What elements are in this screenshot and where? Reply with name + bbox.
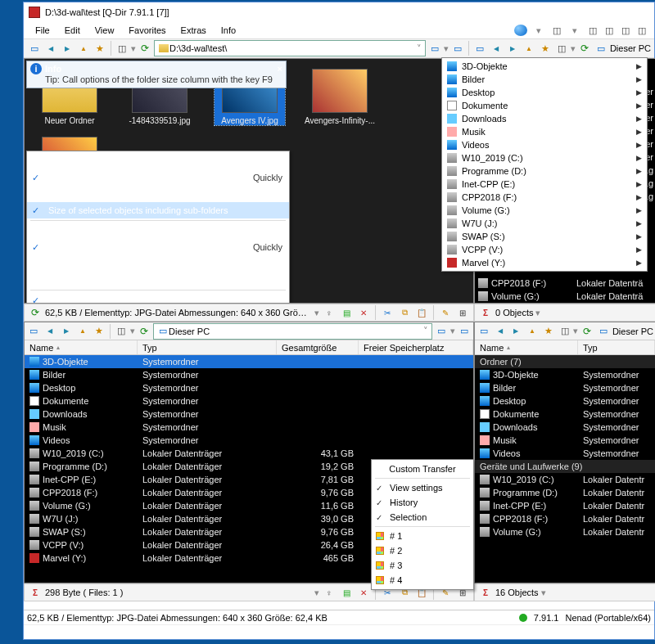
menu-item[interactable]: Size of the selected objects (27, 186, 289, 202)
menu-extras[interactable]: Extras (174, 24, 213, 37)
layout-slot-item[interactable]: # 2 (372, 543, 473, 558)
table-row[interactable]: VideosSystemordner (25, 434, 473, 447)
table-row[interactable]: DesktopSystemordner (475, 394, 655, 408)
list-item[interactable]: CPP2018 (F:)Lokaler Datenträ (475, 277, 655, 290)
menu-item[interactable]: ✓Size of selected objects including sub-… (27, 202, 289, 218)
layout-slot-item[interactable]: # 3 (372, 558, 473, 573)
back-button-r[interactable] (489, 41, 504, 56)
tree-item[interactable]: Marvel (Y:)▶ (442, 256, 647, 269)
pane-select-icon[interactable] (27, 41, 42, 56)
br-columns[interactable]: Name▴ Typ (475, 340, 655, 355)
col-type[interactable]: Typ (138, 340, 277, 354)
tree-item[interactable]: Programme (D:)▶ (442, 164, 647, 178)
tree-item[interactable]: Downloads▶ (442, 112, 647, 125)
copy-icon[interactable] (397, 305, 412, 320)
thumbnail-item[interactable]: Avengers-Infinity-... (305, 69, 375, 125)
globe-icon[interactable] (513, 23, 528, 38)
address-input[interactable] (169, 43, 417, 53)
refresh-button-r[interactable] (577, 41, 592, 56)
menu-item[interactable]: ✓Simple & fast object countQuickly (27, 239, 289, 255)
tree-item[interactable]: W7U (J:)▶ (442, 217, 647, 230)
cut-icon[interactable] (380, 305, 395, 320)
layout-button-5[interactable] (635, 23, 649, 38)
menu-item[interactable]: ✓View settings (372, 480, 473, 495)
menu-item[interactable]: Selected objects (27, 153, 289, 169)
menu-edit[interactable]: Edit (58, 24, 87, 37)
bl-view[interactable] (114, 324, 129, 339)
menu-favorites[interactable]: Favorites (122, 24, 172, 37)
menu-item[interactable]: ✓Selection (372, 510, 473, 525)
tree-item[interactable]: W10_2019 (C:)▶ (442, 151, 647, 164)
refresh-button[interactable] (138, 41, 152, 56)
menu-item[interactable]: If no object is selected (27, 223, 289, 239)
menu-item[interactable]: ✓History (372, 495, 473, 510)
column-options-menu[interactable]: Selected objects✓Simple & fast object co… (26, 151, 290, 303)
new-icon-bl[interactable] (339, 585, 354, 600)
view-button-r[interactable] (554, 41, 569, 56)
bl-fwd[interactable] (59, 324, 74, 339)
sigma-icon-br[interactable] (478, 585, 493, 600)
title-bar[interactable]: D:\3d-wal\test [Q-Dir 7.91.1 [7]] (24, 2, 654, 22)
layout-button-2[interactable] (585, 23, 600, 38)
filter-icon[interactable]: ♀ (322, 305, 337, 320)
table-row[interactable]: DesktopSystemordner (25, 381, 473, 394)
table-row[interactable]: BilderSystemordner (25, 368, 473, 381)
tree-item[interactable]: Musik▶ (442, 125, 647, 138)
table-row[interactable]: W10_2019 (C:)Lokaler Datenträger43,1 GB (25, 447, 473, 460)
table-row[interactable]: CPP2018 (F:)Lokaler Datentr (475, 512, 655, 525)
tree-item[interactable]: CPP2018 (F:)▶ (442, 191, 647, 204)
bl-refresh[interactable] (137, 324, 151, 339)
table-row[interactable]: Programme (D:)Lokaler Datentr (475, 486, 655, 499)
delete-icon[interactable] (356, 305, 371, 320)
br-fwd[interactable] (508, 324, 523, 339)
bl-fav[interactable] (92, 324, 106, 339)
menu-item[interactable]: ✓Simple & fast object countQuickly (27, 169, 289, 186)
table-row[interactable]: MusikSystemordner (475, 434, 655, 447)
tree-item[interactable]: Bilder▶ (442, 73, 647, 86)
addr-right-pc-icon[interactable] (594, 41, 608, 56)
section-header[interactable]: Geräte und Laufwerke (9) (475, 460, 655, 473)
layout-button-3[interactable] (602, 23, 617, 38)
sigma-icon[interactable] (478, 305, 493, 320)
view-button[interactable] (115, 41, 129, 56)
bl-mon1[interactable] (434, 324, 449, 339)
menu-item[interactable]: ✓Highlighted when active (27, 292, 289, 303)
menu-item[interactable]: Size of objects in Folder including sub-… (27, 272, 289, 288)
forward-button-r[interactable] (505, 41, 520, 56)
layout-slot-item[interactable]: # 4 (372, 573, 473, 588)
bl-mon2[interactable] (457, 324, 472, 339)
col-free[interactable]: Freier Speicherplatz (359, 340, 473, 354)
refresh-icon[interactable] (28, 305, 43, 320)
bl-up[interactable] (75, 324, 90, 339)
table-row[interactable]: VideosSystemordner (475, 447, 655, 460)
menu-view[interactable]: View (88, 24, 121, 37)
forward-button[interactable] (60, 41, 75, 56)
col-size[interactable]: Gesamtgröße (277, 340, 359, 354)
table-row[interactable]: BilderSystemordner (475, 381, 655, 394)
section-header[interactable]: Ordner (7) (475, 355, 655, 368)
pane-select-icon-r[interactable] (472, 41, 487, 56)
layout-button-4[interactable] (618, 23, 633, 38)
br-rows[interactable]: Ordner (7)3D-ObjekteSystemordnerBilderSy… (475, 355, 655, 583)
table-row[interactable]: DownloadsSystemordner (475, 421, 655, 434)
table-row[interactable]: 3D-ObjekteSystemordner (475, 368, 655, 381)
table-row[interactable]: Inet-CPP (E:)Lokaler Datentr (475, 499, 655, 512)
tree-item[interactable]: SWAP (S:)▶ (442, 230, 647, 243)
table-row[interactable]: DokumenteSystemordner (25, 394, 473, 408)
col-name-r[interactable]: Name▴ (475, 340, 578, 354)
br-pane-icon[interactable] (477, 324, 491, 339)
thumbnail-area[interactable]: i Info × Tip: Call options of the folder… (25, 59, 473, 303)
layout-button-1[interactable] (549, 23, 564, 38)
tool-icon[interactable]: ⊞ (455, 305, 470, 320)
menu-info[interactable]: Info (215, 24, 242, 37)
custom-transfer-menu[interactable]: Custom Transfer✓View settings✓History✓Se… (371, 459, 474, 590)
bl-columns[interactable]: Name▴ Typ Gesamtgröße Freier Speicherpla… (25, 340, 473, 355)
up-button-r[interactable] (522, 41, 536, 56)
up-button[interactable] (76, 41, 91, 56)
tree-item[interactable]: VCPP (V:)▶ (442, 243, 647, 256)
table-row[interactable]: Volume (G:)Lokaler Datentr (475, 525, 655, 538)
favorite-button-r[interactable] (538, 41, 553, 56)
list-item[interactable]: Volume (G:)Lokaler Datenträ (475, 290, 655, 303)
close-icon[interactable]: × (278, 64, 282, 74)
sigma-icon-bl[interactable] (28, 585, 43, 600)
